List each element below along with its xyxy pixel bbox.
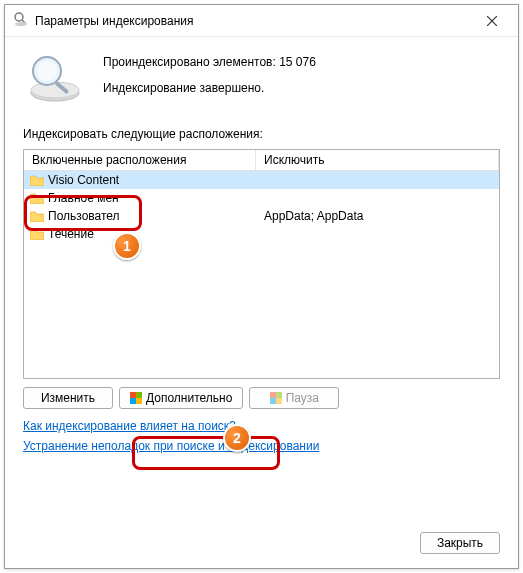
- shield-icon: [270, 392, 282, 404]
- item-name: Пользовател: [48, 209, 120, 223]
- folder-icon: [30, 229, 44, 240]
- svg-rect-14: [270, 392, 276, 398]
- item-name: Главное мен: [48, 191, 119, 205]
- list-item[interactable]: Главное мен: [24, 189, 499, 207]
- titlebar: Параметры индексирования: [5, 5, 518, 37]
- svg-rect-10: [130, 392, 136, 398]
- magnifier-drive-icon: [23, 53, 87, 103]
- svg-rect-13: [136, 398, 142, 404]
- modify-button[interactable]: Изменить: [23, 387, 113, 409]
- close-button[interactable]: [474, 7, 510, 35]
- item-name: Visio Content: [48, 173, 119, 187]
- svg-point-6: [31, 82, 79, 98]
- content-area: Проиндексировано элементов: 15 076 Индек…: [5, 37, 518, 467]
- folder-icon: [30, 193, 44, 204]
- window-title: Параметры индексирования: [35, 14, 474, 28]
- app-icon: [13, 11, 29, 30]
- svg-rect-11: [136, 392, 142, 398]
- svg-rect-17: [276, 398, 282, 404]
- pause-button: Пауза: [249, 387, 339, 409]
- svg-rect-16: [270, 398, 276, 404]
- link-how-affects-search[interactable]: Как индексирование влияет на поиск?: [23, 419, 500, 433]
- item-exclude: AppData; AppData: [264, 209, 363, 223]
- folder-icon: [30, 211, 44, 222]
- close-icon: [487, 16, 497, 26]
- list-header: Включенные расположения Исключить: [24, 150, 499, 171]
- item-name: Течение: [48, 227, 94, 241]
- close-window-button[interactable]: Закрыть: [420, 532, 500, 554]
- svg-point-2: [15, 22, 27, 26]
- footer: Закрыть: [420, 532, 500, 554]
- indexing-status: Индексирование завершено.: [103, 81, 316, 95]
- svg-rect-15: [276, 392, 282, 398]
- indexed-count: Проиндексировано элементов: 15 076: [103, 55, 316, 69]
- help-links: Как индексирование влияет на поиск? Устр…: [23, 419, 500, 453]
- indexing-options-window: Параметры индексирования Проиндексирован…: [4, 4, 519, 569]
- svg-point-0: [15, 13, 23, 21]
- list-item[interactable]: Visio Content: [24, 171, 499, 189]
- svg-point-8: [37, 61, 57, 81]
- folder-icon: [30, 175, 44, 186]
- summary: Проиндексировано элементов: 15 076 Индек…: [23, 53, 500, 103]
- pause-button-label: Пауза: [286, 391, 319, 405]
- svg-rect-12: [130, 398, 136, 404]
- list-item[interactable]: ПользователAppData; AppData: [24, 207, 499, 225]
- link-troubleshoot[interactable]: Устранение неполадок при поиске и индекс…: [23, 439, 500, 453]
- shield-icon: [130, 392, 142, 404]
- button-row: Изменить Дополнительно Пауза: [23, 387, 500, 409]
- list-item[interactable]: Течение: [24, 225, 499, 243]
- column-excluded[interactable]: Исключить: [256, 150, 499, 170]
- locations-label: Индексировать следующие расположения:: [23, 127, 500, 141]
- advanced-button[interactable]: Дополнительно: [119, 387, 243, 409]
- locations-list[interactable]: Включенные расположения Исключить Visio …: [23, 149, 500, 379]
- advanced-button-label: Дополнительно: [146, 391, 232, 405]
- column-included[interactable]: Включенные расположения: [24, 150, 256, 170]
